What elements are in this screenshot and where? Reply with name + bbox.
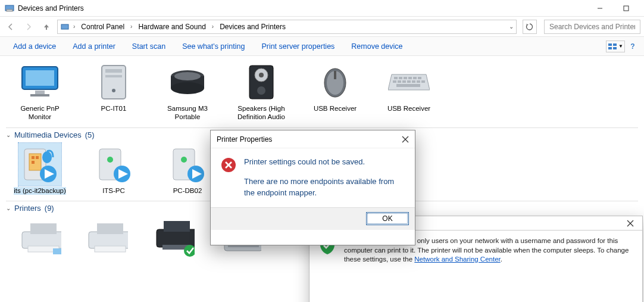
svg-rect-7 bbox=[608, 47, 612, 49]
svg-point-54 bbox=[181, 157, 187, 163]
refresh-button[interactable] bbox=[523, 20, 537, 34]
svg-rect-12 bbox=[30, 94, 49, 96]
group-label: Printers bbox=[14, 204, 41, 213]
svg-rect-42 bbox=[396, 84, 420, 87]
device-monitor[interactable]: Generic PnP Monitor bbox=[13, 61, 67, 122]
device-label: PC-DB02 bbox=[173, 187, 202, 195]
device-hdd[interactable]: Samsung M3 Portable bbox=[161, 61, 214, 122]
breadcrumb-dropdown-icon[interactable]: ⌄ bbox=[509, 23, 514, 30]
breadcrumb-hardware[interactable]: Hardware and Sound bbox=[136, 23, 208, 31]
up-button[interactable] bbox=[39, 20, 54, 34]
search-input[interactable] bbox=[548, 22, 636, 32]
svg-rect-38 bbox=[407, 80, 411, 83]
monitor-icon bbox=[18, 61, 61, 104]
device-keyboard-receiver[interactable]: USB Receiver bbox=[382, 61, 436, 122]
svg-rect-47 bbox=[32, 161, 35, 164]
device-label: Generic PnP Monitor bbox=[13, 105, 67, 122]
maximize-button[interactable] bbox=[613, 0, 639, 17]
media-server-pcdb02[interactable]: PC-DB02 bbox=[161, 143, 214, 195]
svg-point-19 bbox=[171, 82, 204, 94]
view-mode-button[interactable]: ▼ bbox=[606, 41, 625, 52]
svg-rect-39 bbox=[412, 80, 415, 83]
svg-rect-57 bbox=[30, 223, 57, 234]
error-icon bbox=[220, 157, 237, 199]
printer-item[interactable] bbox=[80, 216, 133, 259]
svg-rect-27 bbox=[334, 71, 336, 79]
media-server-icon bbox=[166, 143, 209, 186]
keyboard-icon bbox=[387, 61, 430, 104]
printer-icon bbox=[85, 216, 128, 259]
mouse-icon bbox=[314, 61, 357, 104]
device-label: ITS-PC bbox=[102, 187, 125, 195]
svg-rect-14 bbox=[105, 69, 122, 73]
forward-button[interactable] bbox=[21, 20, 36, 34]
svg-rect-63 bbox=[157, 229, 195, 247]
svg-point-16 bbox=[112, 89, 115, 92]
hdd-icon bbox=[166, 61, 209, 104]
svg-rect-64 bbox=[164, 221, 190, 232]
window-title: Devices and Printers bbox=[18, 4, 84, 13]
close-icon[interactable] bbox=[618, 216, 642, 230]
device-label: USB Receiver bbox=[387, 105, 430, 113]
devices-row: Generic PnP Monitor PC-IT01 Samsung M3 P… bbox=[6, 58, 638, 124]
media-server-icon bbox=[18, 143, 61, 186]
device-pc[interactable]: PC-IT01 bbox=[87, 61, 140, 122]
window-icon bbox=[5, 4, 14, 13]
help-button[interactable]: ? bbox=[626, 41, 639, 52]
breadcrumb-sep: › bbox=[128, 23, 135, 30]
media-server-its[interactable]: its (pc-it2backup) bbox=[13, 143, 67, 195]
start-scan-button[interactable]: Start scan bbox=[124, 37, 174, 56]
remove-device-button[interactable]: Remove device bbox=[343, 37, 411, 56]
back-button[interactable] bbox=[4, 20, 18, 34]
see-printing-button[interactable]: See what's printing bbox=[174, 37, 253, 56]
chevron-down-icon: ⌄ bbox=[6, 205, 11, 211]
minimize-button[interactable] bbox=[587, 0, 613, 17]
svg-point-51 bbox=[107, 157, 113, 163]
chevron-down-icon: ⌄ bbox=[6, 132, 11, 138]
breadcrumb-icon bbox=[60, 22, 70, 32]
search-box[interactable] bbox=[544, 20, 640, 34]
address-bar[interactable]: › Control Panel › Hardware and Sound › D… bbox=[57, 20, 517, 34]
svg-point-20 bbox=[174, 72, 201, 80]
add-printer-button[interactable]: Add a printer bbox=[64, 37, 124, 56]
pc-icon bbox=[92, 61, 135, 104]
printer-item-default[interactable] bbox=[146, 216, 200, 259]
device-label: Samsung M3 Portable bbox=[161, 105, 214, 122]
svg-rect-32 bbox=[408, 77, 412, 79]
print-server-button[interactable]: Print server properties bbox=[253, 37, 343, 56]
svg-rect-11 bbox=[35, 91, 45, 94]
group-label: Multimedia Devices bbox=[14, 130, 82, 139]
breadcrumb-control-panel[interactable]: Control Panel bbox=[79, 23, 127, 31]
group-count: (5) bbox=[85, 130, 95, 139]
network-sharing-link[interactable]: Network and Sharing Center bbox=[414, 256, 500, 263]
svg-rect-29 bbox=[394, 77, 398, 79]
device-mouse-receiver[interactable]: USB Receiver bbox=[308, 61, 362, 122]
media-server-itspc[interactable]: ITS-PC bbox=[87, 143, 140, 195]
svg-rect-36 bbox=[398, 80, 401, 83]
add-device-button[interactable]: Add a device bbox=[5, 37, 64, 56]
svg-rect-15 bbox=[105, 75, 122, 77]
speaker-icon bbox=[240, 61, 283, 104]
toolbar: Add a device Add a printer Start scan Se… bbox=[0, 37, 644, 56]
ok-button[interactable]: OK bbox=[366, 212, 409, 225]
close-button[interactable] bbox=[402, 136, 409, 143]
svg-point-23 bbox=[259, 73, 264, 77]
svg-rect-4 bbox=[61, 24, 68, 29]
svg-rect-35 bbox=[393, 80, 396, 83]
svg-rect-45 bbox=[32, 156, 35, 159]
svg-rect-59 bbox=[53, 248, 61, 254]
breadcrumb-devices[interactable]: Devices and Printers bbox=[217, 23, 288, 31]
svg-point-24 bbox=[257, 86, 265, 95]
nav-row: › Control Panel › Hardware and Sound › D… bbox=[0, 17, 644, 37]
svg-rect-34 bbox=[418, 77, 421, 79]
dialog-title-bar[interactable]: Printer Properties bbox=[211, 130, 415, 148]
breadcrumb-sep: › bbox=[71, 23, 77, 30]
svg-rect-62 bbox=[95, 246, 126, 252]
printer-icon bbox=[18, 216, 61, 259]
error-heading: Printer settings could not be saved. bbox=[244, 157, 405, 168]
svg-rect-46 bbox=[36, 156, 39, 159]
error-body: There are no more endpoints available fr… bbox=[244, 176, 405, 199]
svg-rect-44 bbox=[29, 154, 41, 170]
device-speakers[interactable]: Speakers (High Definition Audio bbox=[235, 61, 288, 122]
printer-item[interactable] bbox=[13, 216, 67, 259]
